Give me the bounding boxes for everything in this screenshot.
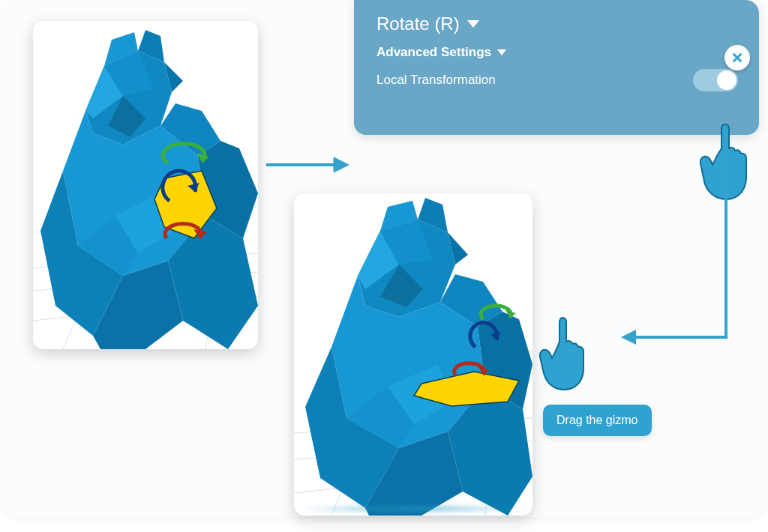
flow-arrow-icon bbox=[535, 127, 752, 360]
instruction-tooltip: Drag the gizmo bbox=[543, 405, 652, 436]
option-label: Local Transformation bbox=[376, 73, 496, 88]
local-transformation-toggle[interactable] bbox=[693, 69, 738, 91]
caret-down-icon bbox=[467, 20, 479, 28]
local-transformation-row: Local Transformation bbox=[376, 69, 742, 91]
close-icon bbox=[730, 51, 744, 64]
svg-marker-25 bbox=[334, 157, 349, 172]
hand-pointer-icon bbox=[532, 313, 592, 396]
caret-down-icon bbox=[497, 49, 506, 55]
model-viewport-after[interactable] bbox=[294, 193, 532, 516]
tutorial-card: Rotate (R) Advanced Settings Local Trans… bbox=[0, 0, 768, 517]
flow-arrow-icon bbox=[262, 150, 352, 180]
shadow-decoration bbox=[296, 504, 531, 514]
panel-title-dropdown[interactable]: Rotate (R) bbox=[376, 13, 742, 34]
rotate-settings-panel: Rotate (R) Advanced Settings Local Trans… bbox=[354, 0, 759, 135]
tooltip-text: Drag the gizmo bbox=[556, 414, 638, 426]
toggle-knob bbox=[717, 70, 736, 90]
svg-marker-50 bbox=[621, 330, 636, 345]
advanced-settings-toggle[interactable]: Advanced Settings bbox=[376, 45, 742, 60]
model-viewport-before[interactable] bbox=[33, 21, 258, 349]
panel-title: Rotate (R) bbox=[376, 13, 460, 34]
section-label: Advanced Settings bbox=[376, 45, 491, 60]
close-button[interactable] bbox=[724, 45, 750, 70]
